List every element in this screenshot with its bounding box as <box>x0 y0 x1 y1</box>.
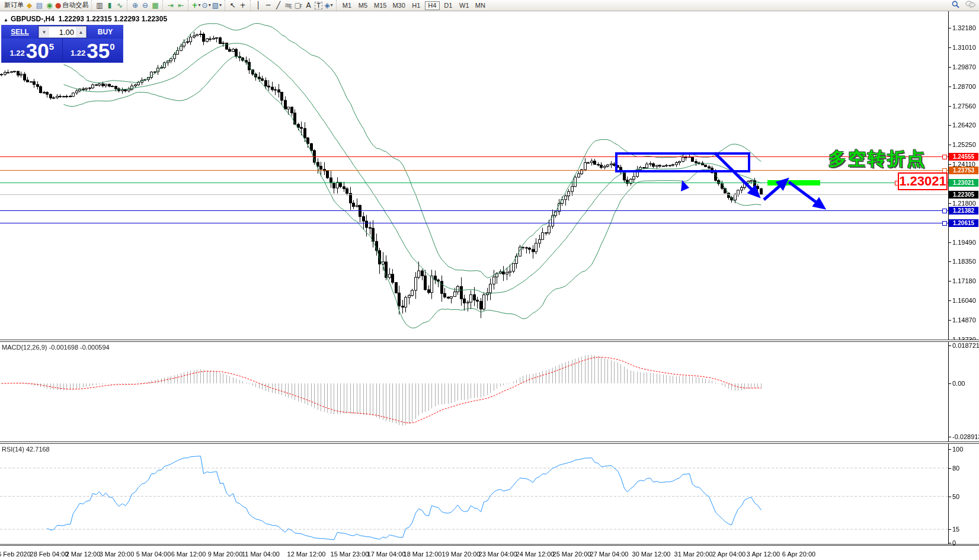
price-axis-tick: 1.26420 <box>952 121 976 129</box>
chart-ohlc-values: 1.22293 1.22315 1.22293 1.22305 <box>59 15 168 23</box>
price-level-label-1.23753: 1.23753 <box>949 167 978 174</box>
bar-chart-icon[interactable]: ▥ <box>94 1 104 10</box>
support-highlight-bar[interactable] <box>767 180 820 185</box>
chinese-annotation-text[interactable]: 多空转折点 <box>828 147 926 171</box>
tile-windows-icon[interactable]: ▦ <box>150 1 160 10</box>
timeframe-button-w1[interactable]: W1 <box>457 1 472 10</box>
timeframe-button-d1[interactable]: D1 <box>441 1 456 10</box>
templates-button[interactable]: ▧▾ <box>212 1 222 10</box>
line-selection-handle[interactable] <box>942 209 947 213</box>
arrows-button[interactable]: ◈▾ <box>324 1 334 10</box>
buy-button[interactable]: BUY <box>87 25 123 39</box>
vertical-line-icon[interactable]: │ <box>253 1 263 10</box>
price-axis-tick: 1.29870 <box>952 63 976 71</box>
chart-window: ▲GBPUSD-,H4 1.22293 1.22315 1.22293 1.22… <box>0 11 979 545</box>
price-axis-tick: 1.32180 <box>952 24 976 31</box>
timeframe-button-mn[interactable]: MN <box>473 1 488 10</box>
volume-increase-button[interactable]: ▲ <box>76 27 86 37</box>
price-axis-tick: 1.25250 <box>952 141 976 148</box>
buy-price-main: 35 <box>87 42 110 60</box>
timeframe-button-m30[interactable]: M30 <box>390 1 407 10</box>
sell-price-main: 30 <box>26 42 49 60</box>
candlestick-chart-icon[interactable]: ▮ <box>104 1 114 10</box>
price-axis-tick: 1.18350 <box>952 258 976 265</box>
time-axis-label: 6 Apr 20:00 <box>772 551 826 558</box>
horizontal-line-icon[interactable]: ─ <box>263 1 273 10</box>
text-label-icon[interactable]: T <box>313 1 324 10</box>
toolbar-chart-type-group: ▥▮∿ <box>91 0 127 11</box>
signals-icon[interactable]: ◉ <box>44 1 55 10</box>
line-chart-icon[interactable]: ∿ <box>114 1 124 10</box>
chart-window-icon[interactable]: ◆ <box>24 1 34 10</box>
toolbar-file-group: 新订单◆▤◉●自动交易 <box>0 0 91 11</box>
text-icon[interactable]: A <box>303 1 313 10</box>
price-chart-canvas[interactable] <box>0 11 979 545</box>
periods-button[interactable]: ⊙▾ <box>201 1 212 10</box>
toolbar-zoom-group: ⊕⊖▦ <box>127 0 162 11</box>
autotrading-button[interactable]: ●自动交易 <box>55 1 89 10</box>
price-level-label-1.22305: 1.22305 <box>949 191 978 199</box>
price-axis-tick: 1.31010 <box>952 44 976 51</box>
timeframe-button-m5[interactable]: M5 <box>356 1 370 10</box>
market-watch-icon[interactable]: ▤ <box>34 1 44 10</box>
volume-control: ▼ ▲ <box>39 26 87 38</box>
price-axis-tick: 1.19490 <box>952 239 976 246</box>
sell-price-pip: 5 <box>49 41 54 52</box>
toolbar-insert-group: +▾⊙▾▧▾ <box>188 0 225 11</box>
chart-shift-icon[interactable]: ⇤ <box>175 1 185 10</box>
crosshair-icon[interactable]: + <box>238 1 248 10</box>
collapse-icon[interactable]: ▲ <box>4 17 8 23</box>
price-axis-tick: 1.17180 <box>952 277 976 284</box>
channel-icon[interactable]: ▢F <box>293 1 303 10</box>
volume-decrease-button[interactable]: ▼ <box>39 27 49 37</box>
rsi-axis-tick: 100 <box>952 446 963 453</box>
price-level-line-1.21382[interactable] <box>0 210 948 211</box>
zoom-out-icon[interactable]: ⊖ <box>140 1 150 10</box>
timeframe-button-h1[interactable]: H1 <box>409 1 424 10</box>
macd-axis-tick: -0.028913 <box>952 433 979 440</box>
one-click-trading-panel: SELL ▼ ▲ BUY 1.22 30 5 1.22 35 0 <box>1 25 123 63</box>
auto-scroll-icon[interactable]: ⇥ <box>165 1 175 10</box>
sell-price-head: 1.22 <box>9 49 24 57</box>
macd-axis-tick: 0.018721 <box>952 342 979 349</box>
price-level-label-1.21382: 1.21382 <box>949 207 978 215</box>
toolbar-timeframes-group: M1M5M15M30H1H4D1W1MN <box>336 0 491 11</box>
price-level-line-1.20615[interactable] <box>0 223 948 223</box>
buy-price-display[interactable]: 1.22 35 0 <box>63 39 123 62</box>
fibonacci-icon[interactable]: ≋E <box>283 1 293 10</box>
cursor-icon[interactable]: ↖ <box>228 1 238 10</box>
consolidation-rectangle[interactable] <box>615 152 750 172</box>
price-axis-tick: 1.21800 <box>952 200 976 207</box>
chat-icon[interactable] <box>965 1 975 9</box>
buy-price-head: 1.22 <box>71 49 85 57</box>
price-level-line-1.23753[interactable] <box>0 170 948 171</box>
new-order-button[interactable]: 新订单 <box>2 1 24 10</box>
rsi-panel-separator <box>0 441 979 444</box>
timeframe-button-m1[interactable]: M1 <box>340 1 354 10</box>
rsi-axis-tick: 50 <box>952 493 959 500</box>
volume-input[interactable] <box>49 27 76 37</box>
toolbar-scroll-group: ⇥⇤ <box>162 0 188 11</box>
line-selection-handle[interactable] <box>942 155 947 159</box>
price-callout-label[interactable]: 1.23021 <box>898 172 948 190</box>
top-toolbar: 新订单◆▤◉●自动交易▥▮∿⊕⊖▦⇥⇤+▾⊙▾▧▾↖+│─╱≋E▢FAT◈▾M1… <box>0 0 979 11</box>
search-icon[interactable] <box>952 1 959 9</box>
toolbar-cursor-group: ↖+ <box>225 0 250 11</box>
zoom-in-icon[interactable]: ⊕ <box>130 1 140 10</box>
line-selection-handle[interactable] <box>942 221 947 226</box>
timeframe-button-m15[interactable]: M15 <box>372 1 389 10</box>
price-level-label-1.24555: 1.24555 <box>949 153 978 161</box>
price-level-line-1.22305[interactable] <box>0 194 948 195</box>
sell-price-display[interactable]: 1.22 30 5 <box>2 39 62 62</box>
price-axis-tick: 1.14870 <box>952 316 976 324</box>
buy-price-pip: 0 <box>110 41 114 52</box>
trendline-icon[interactable]: ╱ <box>273 1 283 10</box>
time-axis: 6 Feb 202028 Feb 04:002 Mar 12:003 Mar 2… <box>0 545 979 560</box>
sell-button[interactable]: SELL <box>2 25 38 39</box>
price-axis-tick: 1.28700 <box>952 83 976 90</box>
rsi-axis-tick: 15 <box>952 526 959 533</box>
timeframe-button-h4[interactable]: H4 <box>425 1 440 10</box>
add-indicator-button[interactable]: +▾ <box>191 1 201 10</box>
price-level-line-1.24555[interactable] <box>0 156 948 157</box>
price-axis-tick: 1.16040 <box>952 297 976 304</box>
